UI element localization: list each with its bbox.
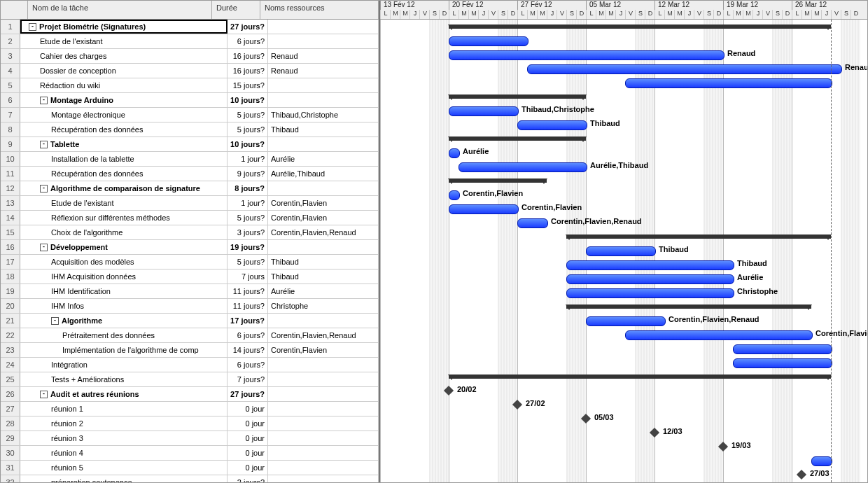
duration-cell[interactable]: 27 jours? bbox=[227, 20, 268, 34]
task-bar[interactable] bbox=[733, 344, 832, 354]
task-name-cell[interactable]: Récupération des données bbox=[20, 122, 227, 136]
gantt-body[interactable]: RenaudRenaudThibaud,ChristopheThibaudAur… bbox=[380, 20, 867, 482]
toggle-icon[interactable]: - bbox=[29, 23, 36, 31]
duration-cell[interactable]: 8 jours? bbox=[227, 181, 268, 195]
task-name-cell[interactable]: Etude de l'existant bbox=[20, 34, 227, 48]
task-name-cell[interactable]: -Montage Arduino bbox=[20, 93, 227, 107]
table-row[interactable]: 3Cahier des charges16 jours?Renaud bbox=[1, 49, 379, 64]
table-row[interactable]: 28réunion 20 jour bbox=[1, 416, 379, 431]
resources-cell[interactable] bbox=[268, 93, 379, 107]
task-name-cell[interactable]: Prétraitement des données bbox=[20, 328, 227, 342]
task-name-cell[interactable]: Dossier de conception bbox=[20, 64, 227, 78]
table-row[interactable]: 18IHM Acquisition données7 joursThibaud bbox=[1, 270, 379, 284]
duration-cell[interactable]: 1 jour? bbox=[227, 196, 268, 210]
task-name-cell[interactable]: Implémentation de l'algorithme de comp bbox=[20, 343, 227, 357]
toggle-icon[interactable]: - bbox=[40, 141, 48, 148]
milestone-icon[interactable] bbox=[650, 428, 659, 438]
resources-cell[interactable] bbox=[268, 314, 379, 328]
toggle-icon[interactable]: - bbox=[40, 97, 48, 104]
table-row[interactable]: 29réunion 30 jour bbox=[1, 431, 379, 446]
duration-cell[interactable]: 14 jours? bbox=[227, 343, 268, 357]
task-name-cell[interactable]: Acquisition des modèles bbox=[20, 255, 227, 269]
duration-cell[interactable]: 6 jours? bbox=[227, 328, 268, 342]
duration-cell[interactable]: 0 jour bbox=[227, 461, 268, 475]
table-row[interactable]: 12-Algorithme de comparaison de signatur… bbox=[1, 181, 379, 196]
table-row[interactable]: 10Installation de la tablette1 jour?Auré… bbox=[1, 152, 379, 167]
duration-cell[interactable]: 3 jours? bbox=[227, 225, 268, 239]
task-bar[interactable] bbox=[517, 120, 587, 130]
task-bar[interactable] bbox=[566, 274, 734, 284]
table-row[interactable]: 8Récupération des données5 jours?Thibaud bbox=[1, 122, 379, 137]
resources-cell[interactable]: Corentin,Flavien bbox=[268, 211, 379, 225]
resources-cell[interactable] bbox=[268, 20, 379, 34]
resources-cell[interactable] bbox=[268, 137, 379, 151]
task-name-cell[interactable]: Installation de la tablette bbox=[20, 152, 227, 166]
task-bar[interactable] bbox=[566, 288, 734, 298]
table-row[interactable]: 23Implémentation de l'algorithme de comp… bbox=[1, 343, 379, 358]
resources-cell[interactable] bbox=[268, 475, 379, 482]
duration-cell[interactable]: 0 jour bbox=[227, 416, 268, 430]
resources-cell[interactable]: Thibaud bbox=[268, 122, 379, 136]
gantt-chart[interactable]: 13 Fév 12LMMJVSD20 Fév 12LMMJVSD27 Fév 1… bbox=[380, 1, 867, 482]
resources-cell[interactable]: Thibaud,Christophe bbox=[268, 108, 379, 122]
table-row[interactable]: 22Prétraitement des données6 jours?Coren… bbox=[1, 328, 379, 343]
resources-cell[interactable] bbox=[268, 240, 379, 254]
table-row[interactable]: 11Récupération des données9 jours?Auréli… bbox=[1, 167, 379, 181]
task-bar[interactable] bbox=[586, 246, 656, 256]
summary-bar[interactable] bbox=[566, 304, 811, 309]
resources-cell[interactable] bbox=[268, 387, 379, 401]
task-bar[interactable] bbox=[586, 316, 666, 326]
task-name-cell[interactable]: Montage électronique bbox=[20, 108, 227, 122]
duration-cell[interactable]: 16 jours? bbox=[227, 64, 268, 78]
table-row[interactable]: 25Tests + Améliorations7 jours? bbox=[1, 372, 379, 387]
summary-bar[interactable] bbox=[449, 24, 831, 29]
task-bar[interactable] bbox=[449, 50, 724, 60]
table-row[interactable]: 27réunion 10 jour bbox=[1, 402, 379, 416]
task-bar[interactable] bbox=[449, 190, 460, 200]
duration-cell[interactable]: 7 jours bbox=[227, 270, 268, 284]
task-name-cell[interactable]: -Audit et autres réunions bbox=[20, 387, 227, 401]
task-name-cell[interactable]: réunion 3 bbox=[20, 431, 227, 445]
table-row[interactable]: 7Montage électronique5 jours?Thibaud,Chr… bbox=[1, 108, 379, 122]
duration-cell[interactable]: 5 jours? bbox=[227, 211, 268, 225]
table-row[interactable]: 14Réflexion sur différentes méthodes5 jo… bbox=[1, 211, 379, 225]
task-name-cell[interactable]: préparation soutenance bbox=[20, 475, 227, 482]
task-name-cell[interactable]: réunion 1 bbox=[20, 402, 227, 416]
task-bar[interactable] bbox=[527, 64, 842, 74]
task-name-cell[interactable]: -Tablette bbox=[20, 137, 227, 151]
resources-cell[interactable] bbox=[268, 416, 379, 430]
table-row[interactable]: 4Dossier de conception16 jours?Renaud bbox=[1, 64, 379, 78]
duration-cell[interactable]: 17 jours? bbox=[227, 314, 268, 328]
resources-cell[interactable]: Renaud bbox=[268, 64, 379, 78]
duration-cell[interactable]: 9 jours? bbox=[227, 167, 268, 181]
duration-cell[interactable]: 10 jours? bbox=[227, 137, 268, 151]
summary-bar[interactable] bbox=[449, 374, 831, 379]
resources-cell[interactable] bbox=[268, 461, 379, 475]
table-row[interactable]: 17Acquisition des modèles5 jours?Thibaud bbox=[1, 255, 379, 270]
table-row[interactable]: 5Rédaction du wiki15 jours? bbox=[1, 78, 379, 93]
duration-cell[interactable]: 1 jour? bbox=[227, 152, 268, 166]
summary-bar[interactable] bbox=[449, 136, 586, 141]
resources-cell[interactable]: Christophe bbox=[268, 299, 379, 313]
resources-cell[interactable]: Thibaud bbox=[268, 255, 379, 269]
duration-cell[interactable]: 11 jours? bbox=[227, 299, 268, 313]
task-name-cell[interactable]: Récupération des données bbox=[20, 167, 227, 181]
table-row[interactable]: 26-Audit et autres réunions27 jours? bbox=[1, 387, 379, 402]
table-row[interactable]: 2Etude de l'existant6 jours? bbox=[1, 34, 379, 49]
table-row[interactable]: 1-Projet Biométrie (Signatures)27 jours? bbox=[1, 20, 379, 34]
resources-cell[interactable]: Corentin,Flavien bbox=[268, 196, 379, 210]
duration-cell[interactable]: 10 jours? bbox=[227, 93, 268, 107]
task-name-cell[interactable]: IHM Acquisition données bbox=[20, 270, 227, 284]
task-name-cell[interactable]: -Développement bbox=[20, 240, 227, 254]
duration-cell[interactable]: 5 jours? bbox=[227, 255, 268, 269]
task-bar[interactable] bbox=[458, 162, 587, 172]
resources-cell[interactable] bbox=[268, 402, 379, 416]
resources-cell[interactable]: Corentin,Flavien,Renaud bbox=[268, 328, 379, 342]
task-bar[interactable] bbox=[517, 218, 548, 228]
task-name-cell[interactable]: -Algorithme de comparaison de signature bbox=[20, 181, 227, 195]
duration-cell[interactable]: 2 jours? bbox=[227, 475, 268, 482]
milestone-icon[interactable] bbox=[512, 400, 522, 410]
table-row[interactable]: 30réunion 40 jour bbox=[1, 446, 379, 461]
duration-cell[interactable]: 11 jours? bbox=[227, 284, 268, 298]
summary-bar[interactable] bbox=[449, 178, 547, 183]
